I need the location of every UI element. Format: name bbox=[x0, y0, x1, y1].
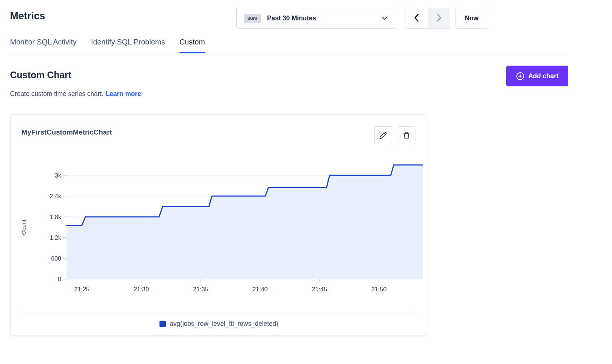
tabs-divider bbox=[9, 56, 566, 56]
plus-circle-icon bbox=[516, 72, 524, 80]
chevron-right-icon bbox=[437, 14, 442, 23]
tab-custom[interactable]: Custom bbox=[180, 38, 205, 53]
delete-chart-button[interactable] bbox=[398, 126, 415, 144]
svg-text:1.8k: 1.8k bbox=[50, 214, 62, 220]
legend-divider bbox=[22, 314, 417, 314]
time-range-dropdown[interactable]: 30m Past 30 Minutes bbox=[236, 8, 396, 29]
svg-text:2.4k: 2.4k bbox=[50, 193, 62, 199]
time-nav-group bbox=[405, 8, 450, 29]
metrics-page: Metrics 30m Past 30 Minutes Now Monitor … bbox=[0, 0, 612, 364]
tab-identify-sql-problems[interactable]: Identify SQL Problems bbox=[91, 38, 165, 53]
svg-text:21:40: 21:40 bbox=[252, 286, 267, 292]
svg-text:21:35: 21:35 bbox=[193, 286, 208, 292]
svg-text:21:45: 21:45 bbox=[312, 286, 327, 292]
svg-text:21:50: 21:50 bbox=[371, 286, 386, 292]
time-range-label: Past 30 Minutes bbox=[267, 14, 382, 22]
svg-text:Count: Count bbox=[20, 219, 27, 235]
svg-text:21:25: 21:25 bbox=[74, 286, 89, 292]
pencil-icon bbox=[379, 131, 388, 140]
previous-time-button[interactable] bbox=[405, 8, 428, 28]
section-description-text: Create custom time series chart. bbox=[10, 90, 103, 97]
time-range-badge: 30m bbox=[244, 14, 261, 23]
legend-swatch bbox=[159, 321, 166, 327]
svg-text:600: 600 bbox=[51, 255, 61, 262]
svg-text:3k: 3k bbox=[55, 172, 62, 179]
chevron-down-icon bbox=[382, 16, 388, 20]
next-time-button[interactable] bbox=[428, 8, 450, 28]
learn-more-link[interactable]: Learn more bbox=[106, 90, 141, 97]
chart-legend: avg(jobs_row_level_ttl_rows_deleted) bbox=[11, 320, 427, 328]
add-chart-label: Add chart bbox=[528, 72, 559, 80]
section-title: Custom Chart bbox=[10, 70, 71, 80]
svg-text:0: 0 bbox=[58, 276, 61, 282]
custom-chart-card: MyFirstCustomMetricChart 06001.2k1.8k2.4… bbox=[10, 114, 427, 335]
now-button[interactable]: Now bbox=[455, 8, 488, 29]
trash-icon bbox=[402, 131, 411, 140]
tab-bar: Monitor SQL Activity Identify SQL Proble… bbox=[10, 38, 205, 53]
chevron-left-icon bbox=[414, 14, 419, 23]
svg-text:1.2k: 1.2k bbox=[50, 234, 62, 241]
timeseries-chart-plot[interactable]: 06001.2k1.8k2.4k3k21:2521:3021:3521:4021… bbox=[11, 152, 428, 300]
page-title: Metrics bbox=[10, 10, 45, 22]
chart-title: MyFirstCustomMetricChart bbox=[22, 128, 112, 136]
legend-label: avg(jobs_row_level_ttl_rows_deleted) bbox=[170, 320, 279, 328]
tab-monitor-sql-activity[interactable]: Monitor SQL Activity bbox=[10, 38, 76, 53]
section-description: Create custom time series chart.Learn mo… bbox=[10, 90, 141, 98]
svg-text:21:30: 21:30 bbox=[134, 286, 149, 292]
add-chart-button[interactable]: Add chart bbox=[506, 66, 568, 86]
edit-chart-button[interactable] bbox=[374, 126, 392, 144]
